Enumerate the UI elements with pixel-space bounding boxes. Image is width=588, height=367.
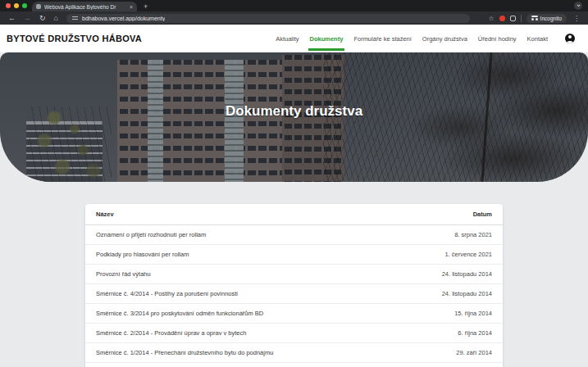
document-date: 24. listopadu 2014 (442, 270, 503, 278)
document-date: 24. listopadu 2014 (442, 290, 503, 297)
document-date: 29. září 2014 (456, 349, 503, 356)
table-row[interactable]: Podklady pro hlasování per rollam 1. čer… (85, 245, 503, 265)
home-button[interactable]: ⌂ (51, 15, 62, 22)
table-footer-space (85, 363, 503, 367)
document-name[interactable]: Směrnice č. 2/2014 - Provádění úprav a o… (85, 329, 458, 337)
incognito-icon (531, 16, 538, 20)
recording-extension-icon[interactable] (499, 16, 505, 21)
document-name[interactable]: Podklady pro hlasování per rollam (85, 251, 444, 258)
url-text[interactable]: bdhabova.vercel.app/dokumenty (82, 16, 165, 21)
tab-close-icon[interactable]: × (130, 4, 133, 10)
table-header-row: Název Datum (85, 204, 503, 225)
address-bar[interactable]: bdhabova.vercel.app/dokumenty (66, 14, 470, 23)
document-name[interactable]: Směrnice č. 1/2014 - Přenechání družstev… (85, 349, 456, 356)
browser-window: Webová Aplikace Bytového Dr × + ← → ↻ ⌂ … (0, 0, 588, 367)
macos-traffic-lights (0, 0, 32, 11)
tab-favicon-icon (36, 4, 41, 9)
nav-item-kontakt[interactable]: Kontakt (527, 35, 548, 43)
nav-item-aktuality[interactable]: Aktuality (276, 35, 299, 43)
column-header-date: Datum (473, 211, 503, 218)
page-title: Dokumenty družstva (0, 52, 588, 182)
nav-item-formulare[interactable]: Formuláře ke stažení (353, 35, 411, 43)
site-settings-icon[interactable] (72, 16, 78, 20)
tab-title: Webová Aplikace Bytového Dr (44, 4, 126, 10)
document-date: 6. října 2014 (458, 329, 503, 337)
back-button[interactable]: ← (5, 15, 19, 22)
browser-menu-button[interactable]: ⋮ (572, 15, 581, 22)
browser-toolbar: ← → ↻ ⌂ bdhabova.vercel.app/dokumenty ☆ … (0, 11, 588, 25)
forward-button[interactable]: → (21, 15, 34, 22)
site-header: BYTOVÉ DRUŽSTVO HÁBOVA Aktuality Dokumen… (0, 25, 588, 52)
account-icon[interactable] (565, 34, 575, 43)
nav-item-organy[interactable]: Orgány družstva (422, 35, 467, 43)
document-name[interactable]: Směrnice č. 3/2014 pro poskytování odměn… (85, 310, 454, 317)
table-row[interactable]: Provozní řád výtahu 24. listopadu 2014 (85, 265, 503, 284)
site-logo[interactable]: BYTOVÉ DRUŽSTVO HÁBOVA (7, 34, 142, 43)
table-row[interactable]: Směrnice č. 4/2014 - Postihy za porušení… (85, 284, 503, 304)
browser-tab[interactable]: Webová Aplikace Bytového Dr × (32, 2, 137, 11)
maximize-window-button[interactable] (22, 3, 27, 8)
document-date: 1. července 2021 (444, 251, 503, 258)
extensions-icon[interactable] (510, 16, 516, 21)
minimize-window-button[interactable] (14, 3, 19, 8)
chevron-down-icon (577, 2, 580, 6)
document-date: 15. října 2014 (454, 310, 503, 317)
document-name[interactable]: Oznámení o přijetí rozhodnutí per rollam (85, 231, 454, 238)
toolbar-divider (521, 15, 522, 22)
main-nav: Aktuality Dokumenty Formuláře ke stažení… (276, 34, 575, 43)
new-tab-button[interactable]: + (137, 2, 154, 11)
document-name[interactable]: Provozní řád výtahu (85, 270, 442, 278)
close-window-button[interactable] (6, 3, 11, 8)
document-date: 8. srpna 2021 (454, 231, 503, 238)
table-row[interactable]: Směrnice č. 2/2014 - Provádění úprav a o… (85, 324, 503, 343)
documents-table: Název Datum Oznámení o přijetí rozhodnut… (85, 204, 503, 367)
table-row[interactable]: Oznámení o přijetí rozhodnutí per rollam… (85, 225, 503, 245)
table-row[interactable]: Směrnice č. 1/2014 - Přenechání družstev… (85, 343, 503, 363)
column-header-name: Název (85, 211, 473, 218)
reload-button[interactable]: ↻ (36, 15, 49, 22)
tab-search-button[interactable] (574, 2, 582, 10)
incognito-label: Incognito (540, 16, 562, 21)
page-content: Název Datum Oznámení o přijetí rozhodnut… (0, 182, 588, 367)
document-name[interactable]: Směrnice č. 4/2014 - Postihy za porušení… (85, 290, 442, 297)
table-row[interactable]: Směrnice č. 3/2014 pro poskytování odměn… (85, 304, 503, 324)
nav-item-dokumenty[interactable]: Dokumenty (310, 35, 344, 43)
toolbar-right-icons: ☆ Incognito ⋮ (488, 14, 583, 23)
nav-item-uredni-hodiny[interactable]: Úřední hodiny (478, 35, 517, 43)
tab-strip: Webová Aplikace Bytového Dr × + (0, 0, 588, 11)
incognito-badge: Incognito (526, 14, 567, 23)
bookmark-star-icon[interactable]: ☆ (488, 15, 494, 22)
hero-banner: Dokumenty družstva (0, 52, 588, 182)
